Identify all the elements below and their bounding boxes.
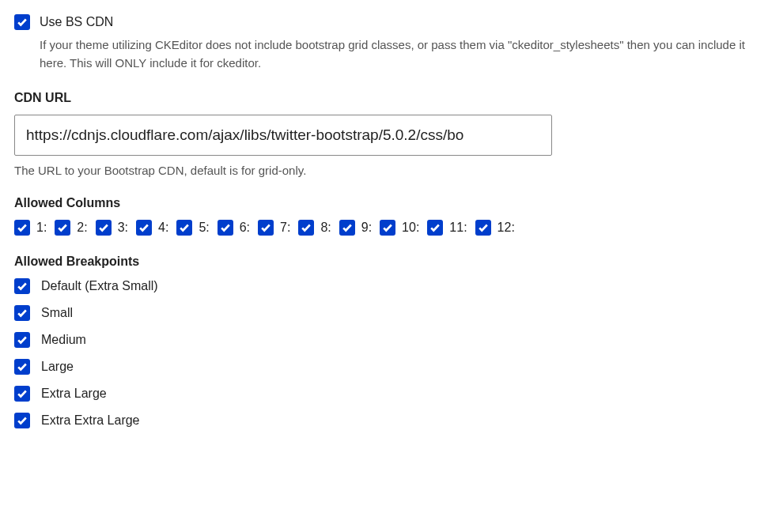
column-checkbox-12[interactable] <box>475 220 491 236</box>
column-checkbox-8[interactable] <box>298 220 314 236</box>
cdn-url-help: The URL to your Bootstrap CDN, default i… <box>14 164 754 177</box>
column-checkbox-7[interactable] <box>258 220 274 236</box>
check-icon <box>179 222 190 233</box>
column-checkbox-11[interactable] <box>427 220 443 236</box>
check-icon <box>17 308 28 319</box>
column-label: 11: <box>449 221 467 235</box>
breakpoint-label: Large <box>41 360 74 374</box>
allowed-breakpoints-label: Allowed Breakpoints <box>14 255 754 269</box>
use-bs-cdn-group: Use BS CDN If your theme utilizing CKEdi… <box>14 14 754 72</box>
breakpoint-checkbox[interactable] <box>14 386 30 402</box>
check-icon <box>17 222 28 233</box>
use-bs-cdn-help: If your theme utilizing CKEditor does no… <box>40 36 754 72</box>
breakpoint-label: Small <box>41 306 73 320</box>
breakpoint-checkbox[interactable] <box>14 305 30 321</box>
column-label: 6: <box>240 221 250 235</box>
breakpoint-checkbox[interactable] <box>14 413 30 428</box>
column-label: 8: <box>320 221 331 235</box>
breakpoint-label: Extra Large <box>41 387 107 401</box>
column-checkbox-10[interactable] <box>380 220 395 236</box>
use-bs-cdn-row: Use BS CDN <box>14 14 754 30</box>
check-icon <box>98 222 109 233</box>
breakpoint-label: Default (Extra Small) <box>41 279 158 293</box>
check-icon <box>17 388 28 399</box>
check-icon <box>342 222 353 233</box>
column-label: 9: <box>361 221 372 235</box>
breakpoint-item: Default (Extra Small) <box>14 278 754 294</box>
check-icon <box>382 222 393 233</box>
check-icon <box>478 222 489 233</box>
use-bs-cdn-label: Use BS CDN <box>40 15 113 29</box>
check-icon <box>17 415 28 426</box>
breakpoint-label: Medium <box>41 333 86 347</box>
breakpoint-item: Large <box>14 359 754 375</box>
check-icon <box>429 222 441 233</box>
check-icon <box>17 334 28 345</box>
allowed-columns-label: Allowed Columns <box>14 196 754 210</box>
column-checkbox-4[interactable] <box>136 220 152 236</box>
allowed-breakpoints-group: Allowed Breakpoints Default (Extra Small… <box>14 255 754 428</box>
column-label: 1: <box>36 221 47 235</box>
column-checkbox-2[interactable] <box>55 220 70 236</box>
column-label: 2: <box>77 221 87 235</box>
allowed-breakpoints-list: Default (Extra Small)SmallMediumLargeExt… <box>14 278 754 428</box>
column-label: 12: <box>497 221 515 235</box>
check-icon <box>138 222 149 233</box>
column-checkbox-9[interactable] <box>339 220 355 236</box>
breakpoint-checkbox[interactable] <box>14 278 30 294</box>
breakpoint-checkbox[interactable] <box>14 332 30 348</box>
column-checkbox-3[interactable] <box>96 220 112 236</box>
allowed-columns-row: 1:2:3:4:5:6:7:8:9:10:11:12: <box>14 220 754 236</box>
check-icon <box>17 281 28 292</box>
allowed-columns-master-checkbox[interactable] <box>14 220 30 236</box>
cdn-url-group: CDN URL The URL to your Bootstrap CDN, d… <box>14 91 754 177</box>
check-icon <box>220 222 231 233</box>
check-icon <box>301 222 312 233</box>
column-label: 5: <box>199 221 209 235</box>
check-icon <box>17 17 28 28</box>
column-checkbox-6[interactable] <box>218 220 233 236</box>
breakpoint-item: Extra Large <box>14 386 754 402</box>
check-icon <box>17 361 28 372</box>
allowed-columns-group: Allowed Columns 1:2:3:4:5:6:7:8:9:10:11:… <box>14 196 754 236</box>
cdn-url-label: CDN URL <box>14 91 754 105</box>
column-label: 3: <box>118 221 128 235</box>
breakpoint-item: Extra Extra Large <box>14 413 754 428</box>
breakpoint-checkbox[interactable] <box>14 359 30 375</box>
breakpoint-item: Small <box>14 305 754 321</box>
column-label: 4: <box>158 221 168 235</box>
check-icon <box>260 222 271 233</box>
breakpoint-label: Extra Extra Large <box>41 413 140 428</box>
cdn-url-input[interactable] <box>14 115 552 156</box>
column-label: 10: <box>402 221 419 235</box>
check-icon <box>57 222 68 233</box>
use-bs-cdn-checkbox[interactable] <box>14 14 30 30</box>
column-checkbox-5[interactable] <box>176 220 192 236</box>
breakpoint-item: Medium <box>14 332 754 348</box>
column-label: 7: <box>280 221 290 235</box>
